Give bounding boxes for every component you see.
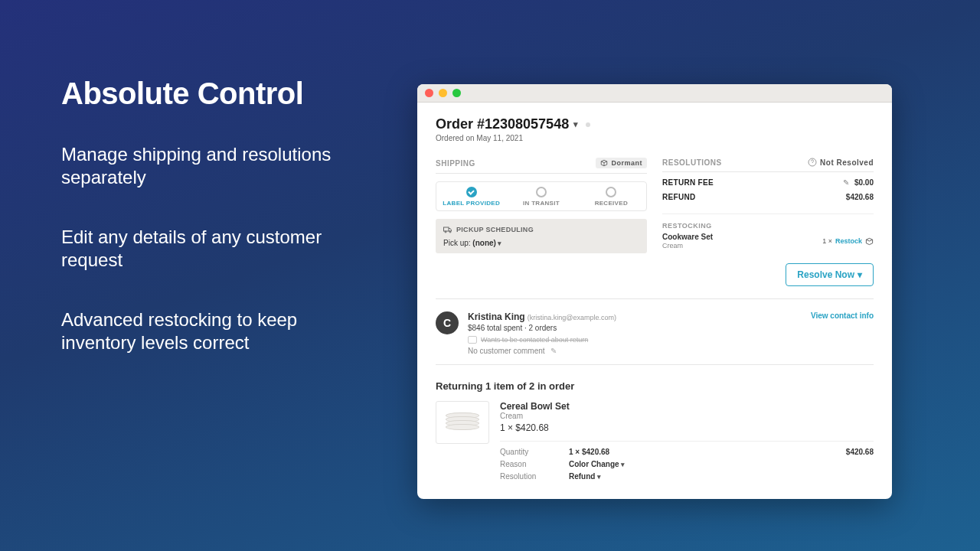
reason-dropdown[interactable]: Color Change	[569, 460, 846, 468]
step-label: RECEIVED	[595, 200, 628, 207]
svg-point-1	[445, 231, 446, 233]
shipping-steps: LABEL PROVIDED IN TRANSIT RECEIVED	[436, 181, 647, 211]
edit-icon[interactable]: ✎	[843, 178, 849, 187]
restock-action[interactable]: 1 × Restock	[822, 237, 874, 246]
svg-point-2	[449, 231, 451, 233]
pickup-scheduling-box: PICKUP SCHEDULING Pick up: (none)	[436, 219, 647, 253]
status-dot-icon	[586, 122, 590, 127]
comment-icon	[468, 336, 477, 344]
restock-link: Restock	[835, 237, 862, 245]
product-thumbnail[interactable]	[436, 401, 489, 444]
marketing-bullet-1: Manage shipping and resolutions separate…	[61, 143, 352, 189]
qty-label: Quantity	[500, 448, 569, 456]
marketing-bullet-2: Edit any details of any customer request	[61, 226, 352, 272]
truck-icon	[443, 225, 452, 234]
return-fee-value: $0.00	[854, 178, 874, 187]
pickup-label: Pick up:	[443, 239, 471, 247]
resolutions-panel: RESOLUTIONS Not Resolved RETURN FEE ✎ $0…	[662, 158, 874, 286]
ordered-on: Ordered on May 11, 2021	[436, 134, 874, 142]
pickup-value: (none)	[472, 239, 501, 247]
resolution-dropdown[interactable]: Refund	[569, 472, 846, 481]
check-icon	[466, 187, 477, 197]
refund-value: $420.68	[846, 193, 874, 201]
restock-item-name: Cookware Set	[662, 233, 713, 241]
restock-qty: 1 ×	[822, 237, 832, 245]
order-title: Order #12308057548	[436, 116, 569, 132]
step-label: LABEL PROVIDED	[443, 200, 500, 207]
return-item-row: Cereal Bowl Set Cream 1 × $420.68 Quanti…	[436, 401, 874, 481]
line-total: $420.68	[846, 448, 874, 456]
shipping-status-badge[interactable]: Dormant	[596, 158, 647, 168]
customer-stats: $846 total spent · 2 orders	[468, 324, 802, 332]
item-price-line: 1 × $420.68	[500, 422, 874, 433]
order-title-dropdown[interactable]: Order #12308057548 ▾	[436, 116, 590, 132]
bowl-stack-icon	[446, 415, 479, 430]
qty-value: 1 × $420.68	[569, 448, 846, 456]
returning-header: Returning 1 item of 2 in order	[436, 380, 874, 392]
window-titlebar	[417, 84, 892, 103]
pickup-dropdown[interactable]: Pick up: (none)	[443, 239, 639, 247]
resolution-status-text: Not Resolved	[820, 158, 874, 167]
shipping-status-text: Dormant	[611, 159, 642, 167]
resolution-status: Not Resolved	[808, 158, 874, 167]
return-fee-label: RETURN FEE	[662, 178, 714, 187]
customer-email: (kristina.king@example.com)	[528, 314, 616, 321]
item-variant: Cream	[500, 412, 874, 420]
step-label-provided[interactable]: LABEL PROVIDED	[436, 182, 506, 210]
resolutions-header: RESOLUTIONS	[662, 158, 722, 167]
pickup-header: PICKUP SCHEDULING	[456, 226, 534, 233]
marketing-title: Absolute Control	[61, 77, 352, 111]
chevron-down-icon: ▾	[573, 119, 578, 129]
refund-label: REFUND	[662, 193, 695, 201]
restocking-header: RESTOCKING	[662, 214, 874, 230]
step-in-transit[interactable]: IN TRANSIT	[506, 182, 576, 210]
customer-comment: No customer comment	[468, 347, 545, 355]
customer-flag-text: Wants to be contacted about return	[481, 336, 588, 344]
circle-icon	[536, 187, 547, 197]
help-circle-icon	[808, 158, 817, 167]
item-name[interactable]: Cereal Bowl Set	[500, 401, 874, 412]
customer-contact-flag[interactable]: Wants to be contacted about return	[468, 336, 802, 344]
shipping-header: SHIPPING	[436, 159, 475, 168]
view-contact-link[interactable]: View contact info	[811, 311, 874, 320]
customer-name[interactable]: Kristina King	[468, 311, 525, 322]
restock-item-variant: Cream	[662, 242, 713, 249]
chevron-down-icon: ▾	[858, 269, 862, 280]
fullscreen-icon[interactable]	[452, 89, 461, 97]
close-icon[interactable]	[425, 89, 433, 97]
circle-icon	[606, 187, 616, 197]
box-icon	[600, 159, 608, 167]
avatar: C	[436, 311, 459, 334]
marketing-bullet-3: Advanced restocking to keep inventory le…	[61, 308, 352, 354]
edit-icon[interactable]: ✎	[550, 347, 557, 355]
step-received[interactable]: RECEIVED	[577, 182, 646, 210]
reason-label: Reason	[500, 460, 569, 468]
restock-icon	[865, 237, 874, 246]
resolve-now-label: Resolve Now	[797, 269, 854, 280]
resolution-label: Resolution	[500, 472, 569, 481]
minimize-icon[interactable]	[439, 89, 447, 97]
resolve-now-button[interactable]: Resolve Now ▾	[786, 263, 874, 286]
svg-rect-0	[444, 227, 449, 231]
app-window: Order #12308057548 ▾ Ordered on May 11, …	[417, 84, 892, 499]
step-label: IN TRANSIT	[523, 200, 560, 207]
shipping-panel: SHIPPING Dormant LABEL PROVIDED IN TRANS…	[436, 158, 647, 286]
